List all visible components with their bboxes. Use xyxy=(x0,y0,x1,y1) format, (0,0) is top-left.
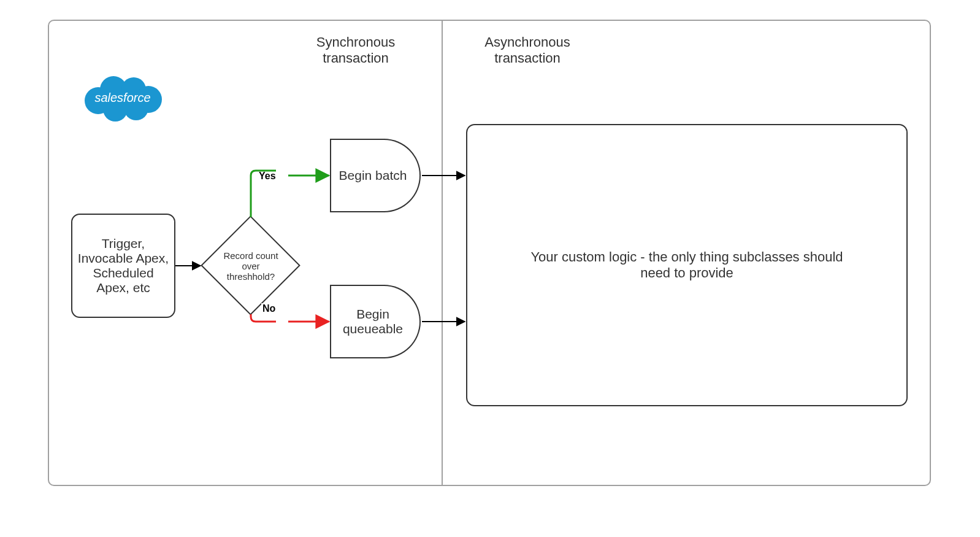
section-title-asynchronous: Asynchronous transaction xyxy=(454,34,601,66)
logo-text: salesforce xyxy=(80,70,166,125)
node-entry-label: Trigger, Invocable Apex, Scheduled Apex,… xyxy=(77,236,169,295)
node-begin-queueable: Begin queueable xyxy=(330,285,422,358)
node-custom-logic: Your custom logic - the only thing subcl… xyxy=(466,124,908,406)
section-title-synchronous: Synchronous transaction xyxy=(282,34,429,66)
svg-point-3 xyxy=(135,86,162,113)
section-title-label: Synchronous transaction xyxy=(316,34,395,66)
section-title-label: Asynchronous transaction xyxy=(484,34,570,66)
node-decision-label: Record count over threshhold? xyxy=(201,216,301,315)
svg-point-2 xyxy=(121,77,146,102)
svg-rect-6 xyxy=(98,91,148,109)
svg-point-0 xyxy=(85,87,112,114)
svg-point-4 xyxy=(124,96,148,120)
cloud-icon xyxy=(80,70,166,125)
svg-point-5 xyxy=(103,97,128,122)
sync-async-divider xyxy=(442,21,443,485)
edge-label-yes: Yes xyxy=(258,171,277,182)
salesforce-logo: salesforce xyxy=(80,70,166,125)
node-decision: Record count over threshhold? xyxy=(201,216,301,315)
node-begin-queueable-label: Begin queueable xyxy=(330,285,422,358)
node-begin-batch: Begin batch xyxy=(330,139,422,212)
node-begin-batch-label: Begin batch xyxy=(330,139,422,212)
diagram-frame: Synchronous transaction Asynchronous tra… xyxy=(48,20,931,486)
node-custom-logic-label: Your custom logic - the only thing subcl… xyxy=(516,249,857,281)
edge-label-no: No xyxy=(261,303,277,314)
node-entry: Trigger, Invocable Apex, Scheduled Apex,… xyxy=(71,214,175,318)
svg-point-1 xyxy=(100,76,127,103)
